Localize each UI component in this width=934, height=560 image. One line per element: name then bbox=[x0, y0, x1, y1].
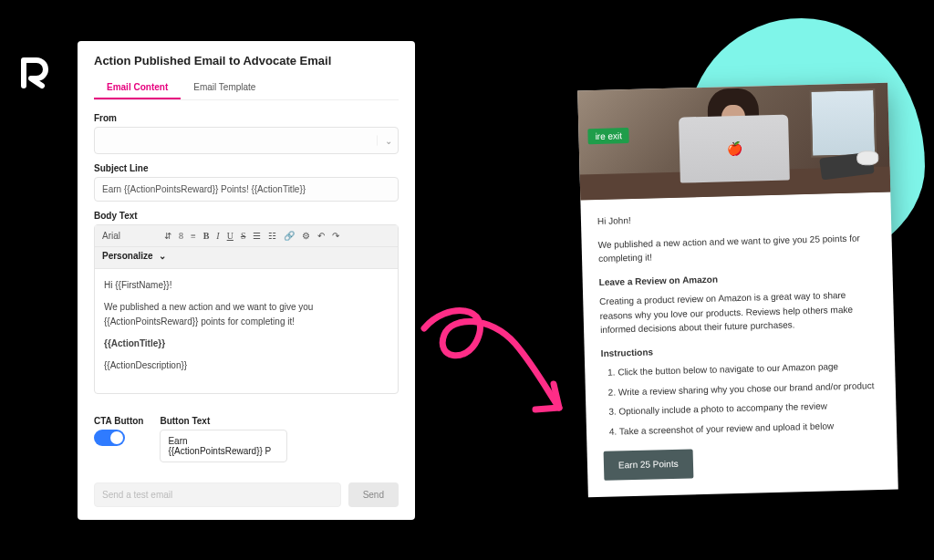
hero-image: ire exit bbox=[577, 83, 890, 201]
list-item: Click the button below to navigate to ou… bbox=[617, 358, 878, 379]
personalize-dropdown[interactable]: Personalize bbox=[102, 251, 153, 261]
body-line: {{ActionTitle}} bbox=[104, 337, 389, 351]
hero-person-shoe bbox=[856, 150, 878, 166]
preview-body: Hi John! We published a new action and w… bbox=[580, 192, 898, 497]
rich-text-editor: Arial ⇵ 8 ≡ B I U S ☰ ☷ 🔗 ⚙ ↶ ↷ Personal… bbox=[94, 224, 399, 394]
brand-logo bbox=[18, 55, 55, 91]
strike-button[interactable]: S bbox=[241, 231, 246, 241]
body-line: We published a new action and we want to… bbox=[104, 300, 389, 329]
hero-window bbox=[809, 88, 877, 158]
code-icon[interactable]: ⚙ bbox=[302, 231, 310, 241]
email-editor-panel: Action Published Email to Advocate Email… bbox=[78, 41, 415, 520]
font-size-value[interactable]: 8 bbox=[179, 231, 183, 241]
button-text-input[interactable]: Earn {{ActionPointsReward}} P bbox=[160, 430, 287, 462]
email-preview-panel: ire exit Hi John! We published a new act… bbox=[577, 83, 898, 497]
underline-button[interactable]: U bbox=[227, 231, 234, 241]
rte-toolbar: Arial ⇵ 8 ≡ B I U S ☰ ☷ 🔗 ⚙ ↶ ↷ bbox=[95, 225, 398, 247]
subject-input[interactable]: Earn {{ActionPointsReward}} Points! {{Ac… bbox=[94, 177, 399, 202]
chevron-down-icon: ⌄ bbox=[377, 136, 392, 146]
body-line: Hi {{FirstName}}! bbox=[104, 278, 389, 293]
preview-action-title: Leave a Review on Amazon bbox=[599, 268, 877, 289]
list-item: Take a screenshot of your review and upl… bbox=[619, 417, 880, 438]
from-select[interactable]: ⌄ bbox=[94, 127, 399, 154]
font-select[interactable]: Arial bbox=[102, 231, 157, 241]
editor-tabs: Email Content Email Template bbox=[94, 77, 399, 100]
rte-body[interactable]: Hi {{FirstName}}! We published a new act… bbox=[95, 269, 398, 393]
tab-email-content[interactable]: Email Content bbox=[94, 77, 181, 99]
preview-steps: Click the button below to navigate to ou… bbox=[617, 358, 880, 438]
chevron-down-icon: ⌄ bbox=[159, 251, 166, 261]
cta-toggle-label: CTA Button bbox=[94, 416, 143, 426]
cta-toggle[interactable] bbox=[94, 430, 125, 446]
from-label: From bbox=[94, 113, 399, 123]
preview-action-desc: Creating a product review on Amazon is a… bbox=[599, 287, 877, 337]
align-icon[interactable]: ≡ bbox=[191, 231, 196, 241]
preview-instructions-label: Instructions bbox=[601, 339, 878, 360]
tab-email-template[interactable]: Email Template bbox=[181, 77, 268, 99]
button-text-label: Button Text bbox=[160, 416, 287, 426]
rte-toolbar-row2: Personalize ⌄ bbox=[95, 247, 398, 269]
list-item: Write a review sharing why you chose our… bbox=[618, 378, 879, 399]
font-size-icon[interactable]: ⇵ bbox=[164, 231, 171, 241]
panel-title: Action Published Email to Advocate Email bbox=[94, 54, 399, 67]
body-label: Body Text bbox=[94, 211, 399, 221]
bold-button[interactable]: B bbox=[203, 231, 210, 241]
ul-icon[interactable]: ☷ bbox=[268, 231, 276, 241]
preview-cta-button[interactable]: Earn 25 Points bbox=[604, 449, 693, 480]
undo-icon[interactable]: ↶ bbox=[317, 231, 325, 241]
link-icon[interactable]: 🔗 bbox=[284, 231, 295, 241]
redo-icon[interactable]: ↷ bbox=[332, 231, 339, 241]
preview-greeting: Hi John! bbox=[597, 207, 875, 228]
italic-button[interactable]: I bbox=[216, 231, 219, 241]
exit-sign: ire exit bbox=[587, 128, 629, 144]
subject-label: Subject Line bbox=[94, 163, 399, 173]
hero-laptop bbox=[679, 114, 790, 182]
send-test-button[interactable]: Send bbox=[348, 482, 399, 507]
ol-icon[interactable]: ☰ bbox=[253, 231, 261, 241]
preview-intro: We published a new action and we want to… bbox=[597, 231, 876, 266]
arrow-annotation bbox=[406, 296, 588, 442]
list-item: Optionally include a photo to accompany … bbox=[618, 398, 879, 419]
test-email-input[interactable]: Send a test email bbox=[94, 482, 341, 507]
body-line: {{ActionDescription}} bbox=[104, 358, 389, 373]
